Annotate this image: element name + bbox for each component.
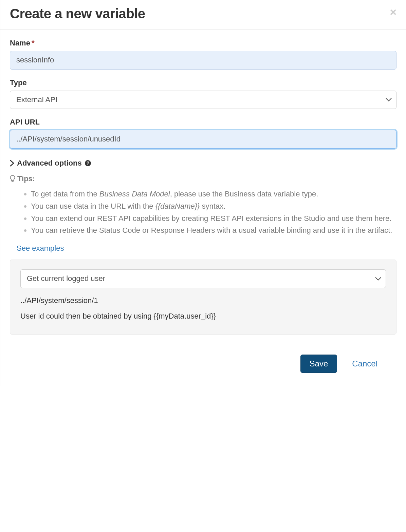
- tip-item: To get data from the Business Data Model…: [31, 189, 396, 200]
- tip-emphasis: {{dataName}}: [155, 202, 200, 210]
- close-button[interactable]: ×: [390, 6, 396, 18]
- tip-text: , please use the Business data variable …: [170, 190, 318, 198]
- apiurl-label: API URL: [10, 118, 396, 127]
- example-select[interactable]: Get current logged user: [20, 269, 386, 288]
- question-circle-icon[interactable]: ?: [85, 160, 91, 167]
- advanced-options-label: Advanced options: [17, 159, 82, 168]
- advanced-options-toggle[interactable]: Advanced options ?: [10, 159, 396, 168]
- type-select[interactable]: External API: [10, 91, 396, 109]
- name-group: Name*: [10, 39, 396, 70]
- lightbulb-icon: [10, 175, 15, 183]
- modal-body: Name* Type External API API URL Ad: [0, 30, 406, 386]
- type-select-wrap: External API: [10, 91, 396, 109]
- apiurl-input[interactable]: [10, 130, 396, 149]
- tips-heading-row: Tips:: [10, 174, 396, 183]
- tip-text: To get data from the: [31, 190, 99, 198]
- required-star: *: [32, 39, 35, 47]
- see-examples-link[interactable]: See examples: [17, 244, 64, 253]
- tip-text: You can extend our REST API capabilities…: [31, 214, 391, 223]
- create-variable-modal: Create a new variable × Name* Type Exter…: [0, 0, 406, 386]
- tip-text: syntax.: [200, 202, 225, 210]
- modal-title: Create a new variable: [10, 6, 145, 21]
- close-icon: ×: [390, 5, 396, 18]
- tips-list: To get data from the Business Data Model…: [10, 189, 396, 236]
- name-input[interactable]: [10, 51, 396, 70]
- tip-emphasis: Business Data Model: [99, 190, 170, 198]
- cancel-button[interactable]: Cancel: [352, 359, 396, 368]
- example-select-wrap: Get current logged user: [20, 269, 386, 288]
- type-label: Type: [10, 78, 396, 87]
- name-label-text: Name: [10, 39, 30, 47]
- tip-item: You can use data in the URL with the {{d…: [31, 201, 396, 212]
- tip-item: You can retrieve the Status Code or Resp…: [31, 225, 396, 236]
- examples-panel: Get current logged user ../API/system/se…: [10, 260, 396, 335]
- name-label: Name*: [10, 39, 396, 48]
- modal-header: Create a new variable ×: [0, 0, 406, 30]
- modal-footer: Save Cancel: [10, 345, 396, 386]
- example-url: ../API/system/session/1: [20, 296, 386, 305]
- svg-text:?: ?: [86, 160, 89, 166]
- chevron-right-icon: [10, 160, 14, 167]
- save-button[interactable]: Save: [300, 355, 337, 373]
- tip-text: You can use data in the URL with the: [31, 202, 155, 210]
- tips-heading: Tips:: [17, 174, 35, 183]
- tip-item: You can extend our REST API capabilities…: [31, 213, 396, 224]
- apiurl-group: API URL: [10, 118, 396, 149]
- example-note: User id could then be obtained by using …: [20, 312, 386, 321]
- tip-text: You can retrieve the Status Code or Resp…: [31, 226, 392, 234]
- type-group: Type External API: [10, 78, 396, 109]
